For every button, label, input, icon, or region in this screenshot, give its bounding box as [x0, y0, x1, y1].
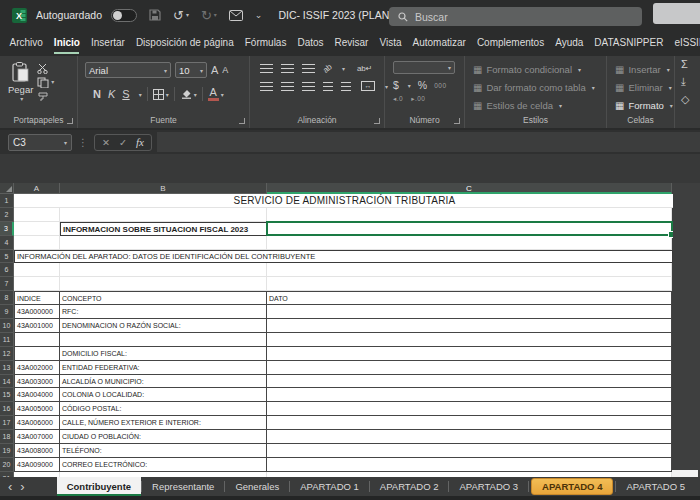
cell-C8[interactable]: DATO — [267, 291, 672, 305]
font-name-select[interactable]: Arial▾ — [85, 62, 171, 78]
format-as-table-button[interactable]: ▦ Dar formato como tabla▾ — [465, 78, 606, 96]
cell-A2[interactable] — [14, 208, 60, 222]
decrease-decimal-icon[interactable]: ▸.00 — [411, 95, 425, 103]
row-header-10[interactable]: 10 — [0, 319, 14, 333]
row-header-5[interactable]: 5 — [0, 250, 14, 264]
undo-dropdown-icon[interactable]: ▾ — [186, 12, 189, 18]
cell-B6[interactable] — [60, 263, 267, 277]
increase-indent-icon[interactable] — [341, 82, 351, 91]
conditional-format-button[interactable]: ▦ Formato condicional▾ — [465, 60, 606, 78]
cell-C14[interactable] — [267, 375, 672, 389]
percent-format-button[interactable]: % — [418, 79, 427, 91]
delete-cells-button[interactable]: ▦ Eliminar▾ — [607, 78, 674, 96]
wrap-text-icon[interactable]: ab↵ — [357, 64, 373, 73]
cell-C13[interactable] — [267, 361, 672, 375]
cell-B10[interactable]: DENOMINACION O RAZÓN SOCIAL: — [60, 319, 267, 333]
cell-B14[interactable]: ALCALDÍA O MUNICIPIO: — [60, 375, 267, 389]
cell-C6[interactable] — [267, 263, 672, 277]
row-header-2[interactable]: 2 — [0, 208, 14, 222]
name-box-dropdown-icon[interactable]: ▾ — [64, 139, 67, 146]
cell-B18[interactable]: CIUDAD O POBLACIÓN: — [60, 430, 267, 444]
name-box[interactable]: C3 ▾ — [8, 134, 72, 151]
cell-B19[interactable]: TELÉFONO: — [60, 444, 267, 458]
autosave-toggle[interactable] — [111, 9, 137, 22]
cell-C12[interactable] — [267, 347, 672, 361]
sheet-tab-contribuyente[interactable]: Contribuyente — [57, 477, 141, 496]
copy-icon[interactable]: ▾ — [37, 77, 54, 88]
currency-format-button[interactable]: $ — [393, 79, 399, 91]
menu-tab-revisar[interactable]: Revisar — [329, 30, 374, 56]
cell-C2[interactable] — [267, 208, 672, 222]
cell-B3[interactable]: INFORMACION SOBRE SITUACION FISCAL 2023 — [60, 222, 267, 236]
sheet-tab-apartado-1[interactable]: APARTADO 1 — [290, 477, 369, 496]
sheet-tab-representante[interactable]: Representante — [142, 477, 224, 496]
cell-A14[interactable]: 43A003000 — [14, 375, 60, 389]
borders-icon[interactable] — [153, 89, 164, 100]
cell-B11[interactable] — [60, 333, 267, 347]
alignment-dialog-launcher-icon[interactable] — [374, 118, 380, 124]
menu-tab-datasnipper[interactable]: DATASNIPPER — [589, 30, 669, 56]
row-header-13[interactable]: 13 — [0, 361, 14, 375]
clear-icon[interactable]: ◇ — [681, 93, 700, 106]
align-top-icon[interactable] — [260, 64, 273, 73]
grow-font-button[interactable]: A — [211, 64, 218, 76]
ribbon-options-icon[interactable]: ⌄ — [255, 11, 263, 20]
undo-button[interactable]: ↺▾ — [173, 9, 189, 22]
cell-A11[interactable] — [14, 333, 60, 347]
cell-B7[interactable] — [60, 277, 267, 291]
cell-C20[interactable] — [267, 458, 672, 472]
column-header-c[interactable]: C — [267, 183, 672, 194]
cell-C10[interactable] — [267, 319, 672, 333]
row-header-3[interactable]: 3 — [0, 222, 14, 236]
cell-B9[interactable]: RFC: — [60, 305, 267, 319]
cell-A18[interactable]: 43A007000 — [14, 430, 60, 444]
borders-dropdown-icon[interactable]: ▾ — [166, 91, 169, 98]
menu-tab-f-rmulas[interactable]: Fórmulas — [239, 30, 292, 56]
row-header-1[interactable]: 1 — [0, 194, 14, 208]
cell-B15[interactable]: COLONIA O LOCALIDAD: — [60, 388, 267, 402]
align-left-icon[interactable] — [260, 82, 273, 91]
cell-A19[interactable]: 43A008000 — [14, 444, 60, 458]
align-bottom-icon[interactable] — [302, 64, 315, 73]
cell-B12[interactable]: DOMICILIO FISCAL: — [60, 347, 267, 361]
decrease-indent-icon[interactable] — [323, 82, 333, 91]
sheet-tab-apartado-5[interactable]: APARTADO 5 — [616, 477, 695, 496]
cancel-icon[interactable]: ✕ — [102, 137, 110, 148]
cell-A3[interactable] — [14, 222, 60, 236]
paste-button[interactable]: Pegar ▾ — [8, 62, 33, 102]
align-center-icon[interactable] — [281, 82, 294, 91]
menu-tab-archivo[interactable]: Archivo — [4, 30, 48, 56]
cell-C18[interactable] — [267, 430, 672, 444]
menu-tab-inicio[interactable]: Inicio — [48, 30, 85, 56]
cell-C11[interactable] — [267, 333, 672, 347]
cell-A12[interactable] — [14, 347, 60, 361]
cell-A15[interactable]: 43A004000 — [14, 388, 60, 402]
cut-icon[interactable] — [37, 63, 54, 74]
row-header-18[interactable]: 18 — [0, 430, 14, 444]
cell-C15[interactable] — [267, 388, 672, 402]
cell-C19[interactable] — [267, 444, 672, 458]
sheet-tab-apartado-2[interactable]: APARTADO 2 — [370, 477, 449, 496]
cell-B20[interactable]: CORREO ELECTRÓNICO: — [60, 458, 267, 472]
menu-tab-disposici-n-de-p-gina[interactable]: Disposición de página — [130, 30, 239, 56]
select-all-button[interactable] — [0, 183, 14, 194]
menu-tab-automatizar[interactable]: Automatizar — [407, 30, 471, 56]
cell-A9[interactable]: 43A000000 — [14, 305, 60, 319]
enter-icon[interactable]: ✓ — [119, 137, 127, 148]
formula-input[interactable] — [157, 132, 700, 152]
document-title[interactable]: DIC- ISSIF 2023 (PLANTI... — [278, 9, 407, 21]
insert-function-icon[interactable]: fx — [136, 136, 144, 148]
horizontal-scrollbar[interactable] — [672, 470, 698, 477]
cell-A16[interactable]: 43A005000 — [14, 402, 60, 416]
cell-A7[interactable] — [14, 277, 60, 291]
cell-C3[interactable] — [267, 222, 672, 236]
cell-C4[interactable] — [267, 236, 672, 250]
align-middle-icon[interactable] — [281, 64, 294, 73]
insert-cells-button[interactable]: ▦ Insertar▾ — [607, 60, 674, 78]
font-color-dropdown-icon[interactable]: ▾ — [221, 91, 224, 98]
column-header-a[interactable]: A — [14, 183, 60, 194]
column-header-b[interactable]: B — [60, 183, 267, 194]
cell-A10[interactable]: 43A001000 — [14, 319, 60, 333]
cell-B2[interactable] — [60, 208, 267, 222]
underline-dropdown-icon[interactable]: ▾ — [139, 91, 142, 98]
